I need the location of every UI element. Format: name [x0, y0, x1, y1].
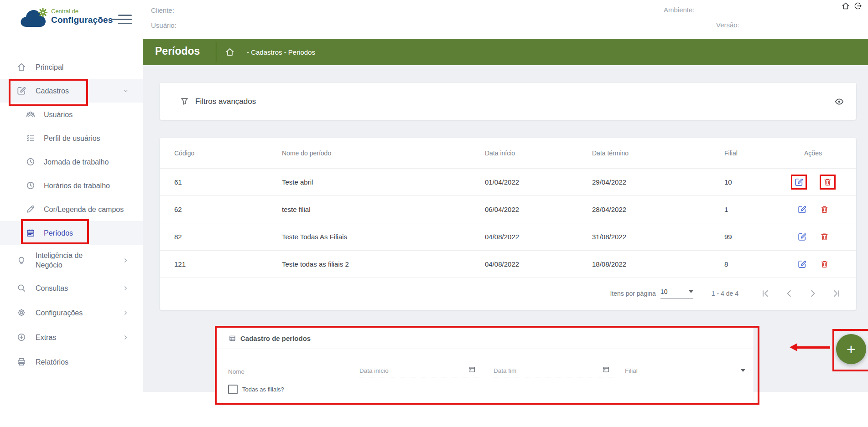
home-icon	[16, 62, 26, 72]
eye-icon[interactable]	[834, 97, 844, 107]
form-title: Cadastro de períodos	[240, 334, 311, 342]
sidebar-item-label: Configurações	[36, 308, 83, 318]
sidebar-item-label: Principal	[36, 62, 63, 72]
cell-acoes	[770, 175, 856, 190]
delete-button[interactable]	[823, 177, 832, 187]
edit-button[interactable]	[797, 259, 807, 269]
clock-icon	[26, 157, 36, 167]
app-logo	[17, 6, 50, 31]
filters-title: Filtros avançados	[195, 97, 256, 106]
chevron-down-icon	[741, 369, 745, 372]
sidebar-item-cadastros[interactable]: Cadastros	[0, 79, 143, 103]
data-inicio-label: Data início	[359, 367, 389, 374]
printer-icon	[16, 357, 26, 367]
edit-button[interactable]	[797, 205, 807, 214]
sidebar-item-label: Cor/Legenda de campos	[44, 205, 124, 214]
sidebar-item-jornada-de-trabalho[interactable]: Jornada de trabalho	[0, 150, 143, 174]
home-icon[interactable]	[841, 1, 850, 10]
chevron-right-icon	[122, 334, 129, 341]
page-nav	[760, 288, 842, 298]
col-header-codigo: Código	[174, 149, 282, 157]
sidebar-item-consultas[interactable]: Consultas	[0, 276, 143, 300]
edit-button[interactable]	[797, 232, 807, 242]
calendar-icon[interactable]	[602, 365, 610, 373]
cell-data-inicio: 04/08/2022	[485, 233, 592, 241]
sidebar-item-label: Relatórios	[36, 357, 68, 367]
annotation-box-edit-button	[791, 175, 807, 190]
first-page-icon[interactable]	[760, 288, 770, 298]
topbar: Central de Configurações Cliente: Usuári…	[0, 0, 868, 39]
advanced-filters-panel[interactable]: Filtros avançados	[160, 83, 856, 120]
pencil-icon	[26, 204, 36, 214]
plus-circle-icon	[16, 332, 26, 342]
col-header-acoes: Ações	[770, 149, 856, 157]
sidebar-item-periodos[interactable]: Períodos	[0, 221, 143, 245]
paginator: Itens por página 10 1 - 4 de 4	[160, 278, 856, 309]
nome-field[interactable]: Nome	[228, 368, 244, 375]
todas-filiais-checkbox[interactable]	[228, 385, 238, 394]
data-fim-field[interactable]: Data fim	[494, 365, 614, 377]
cell-data-inicio: 04/08/2022	[485, 260, 592, 268]
annotation-box-delete-button	[820, 175, 836, 190]
filial-select[interactable]: Filial	[625, 365, 753, 377]
data-fim-label: Data fim	[494, 367, 516, 374]
cell-data-termino: 31/08/2022	[592, 233, 724, 241]
cell-filial: 99	[724, 233, 770, 241]
delete-button[interactable]	[820, 259, 829, 269]
sidebar-item-label: Horários de trabalho	[44, 181, 110, 190]
sidebar-item-label: Jornada de trabalho	[44, 157, 109, 167]
sidebar-item-label: Extras	[36, 333, 56, 342]
page-title: Períodos	[155, 45, 200, 57]
cell-data-inicio: 01/04/2022	[485, 178, 592, 186]
annotation-arrow-head	[790, 343, 797, 351]
logout-icon[interactable]	[853, 1, 863, 10]
data-inicio-field[interactable]: Data início	[359, 365, 480, 377]
gear-icon	[16, 308, 26, 318]
sidebar-item-usuarios[interactable]: Usuários	[0, 103, 143, 126]
last-page-icon[interactable]	[832, 288, 842, 298]
delete-button[interactable]	[820, 232, 829, 242]
sidebar-item-label: Cadastros	[36, 86, 69, 96]
sidebar-item-configuracoes[interactable]: Configurações	[0, 300, 143, 325]
edit-button[interactable]	[794, 177, 804, 187]
todas-filiais-checkbox-row[interactable]: Todas as filiais?	[228, 385, 284, 394]
next-page-icon[interactable]	[808, 288, 818, 298]
breadcrumb-home-icon[interactable]	[225, 47, 235, 57]
form-body: Nome Data início Data fim Filial Todas a…	[216, 349, 754, 404]
sidebar-item-extras[interactable]: Extras	[0, 325, 143, 350]
ambiente-label: Ambiente:	[664, 6, 695, 14]
cell-data-termino: 29/04/2022	[592, 178, 724, 186]
brand-line1: Central de	[51, 8, 113, 15]
table-row-61: 61Teste abril01/04/202229/04/202210	[160, 169, 856, 196]
search-icon	[16, 283, 26, 293]
table-row-82: 82Teste Todas As Filiais04/08/202231/08/…	[160, 223, 856, 251]
table-header-row: Código Nome do período Data início Data …	[160, 138, 856, 169]
topbar-actions	[841, 1, 863, 10]
brand-text: Central de Configurações	[51, 8, 113, 25]
sidebar: PrincipalCadastrosUsuáriosPerfil de usuá…	[0, 39, 143, 427]
cell-filial: 1	[724, 206, 770, 213]
sidebar-item-cor-legenda-de-campos[interactable]: Cor/Legenda de campos	[0, 197, 143, 221]
calendar-icon[interactable]	[468, 365, 476, 373]
cell-data-termino: 18/08/2022	[592, 260, 724, 268]
cell-nome: Teste abril	[282, 178, 485, 186]
calendar-icon	[26, 228, 36, 238]
sidebar-item-principal[interactable]: Principal	[0, 55, 143, 79]
sidebar-item-label: Consultas	[36, 283, 68, 293]
sidebar-item-label: Perfil de usuários	[44, 134, 100, 143]
col-header-data-inicio: Data início	[485, 149, 592, 157]
sidebar-item-inteligencia-de-negocio[interactable]: Inteligência deNegócio	[0, 245, 143, 276]
prev-page-icon[interactable]	[784, 288, 794, 298]
sidebar-item-relatorios[interactable]: Relatórios	[0, 350, 143, 374]
add-period-fab[interactable]: +	[836, 334, 866, 364]
items-per-page-select[interactable]: 10	[660, 288, 693, 299]
versao-label: Versão:	[716, 21, 739, 29]
cell-nome: teste filial	[282, 206, 485, 213]
chevron-right-icon	[122, 285, 129, 292]
hamburger-icon[interactable]	[111, 15, 132, 25]
header-divider	[216, 42, 216, 62]
sidebar-item-horarios-de-trabalho[interactable]: Horários de trabalho	[0, 174, 143, 197]
col-header-nome: Nome do período	[282, 149, 485, 157]
sidebar-item-perfil-de-usuarios[interactable]: Perfil de usuários	[0, 126, 143, 150]
delete-button[interactable]	[820, 205, 829, 214]
